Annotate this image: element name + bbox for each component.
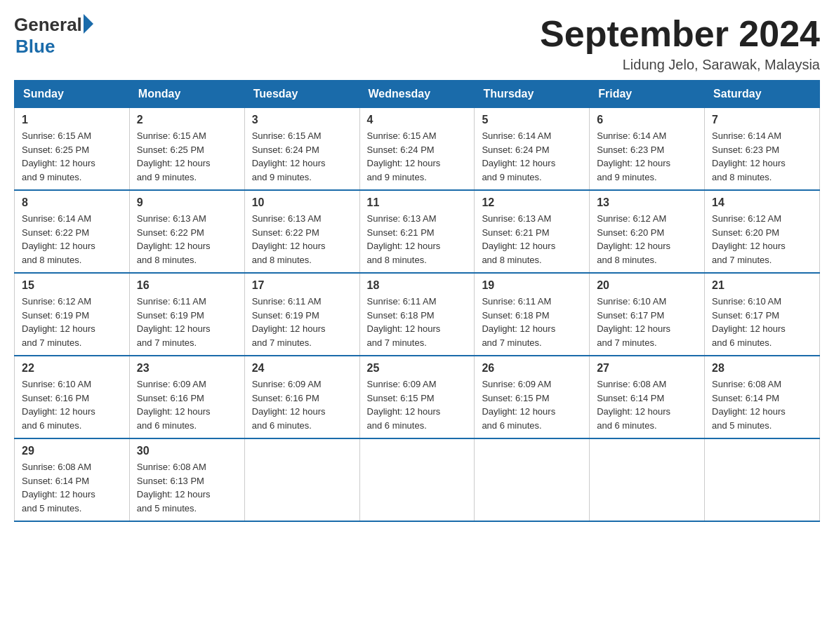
day-info: Sunrise: 6:13 AMSunset: 6:21 PMDaylight:…	[482, 212, 582, 267]
calendar-day-cell: 18Sunrise: 6:11 AMSunset: 6:18 PMDayligh…	[359, 273, 475, 356]
day-number: 14	[712, 196, 812, 209]
day-number: 6	[597, 114, 697, 126]
day-number: 28	[712, 362, 812, 375]
calendar-day-cell: 6Sunrise: 6:14 AMSunset: 6:23 PMDaylight…	[590, 108, 705, 191]
calendar-day-cell: 23Sunrise: 6:09 AMSunset: 6:16 PMDayligh…	[129, 356, 244, 438]
day-info: Sunrise: 6:14 AMSunset: 6:23 PMDaylight:…	[712, 129, 812, 184]
day-info: Sunrise: 6:08 AMSunset: 6:14 PMDaylight:…	[597, 377, 697, 432]
day-number: 19	[482, 279, 582, 292]
day-number: 27	[597, 362, 697, 375]
calendar-day-cell: 3Sunrise: 6:15 AMSunset: 6:24 PMDaylight…	[244, 108, 359, 191]
day-info: Sunrise: 6:14 AMSunset: 6:22 PMDaylight:…	[22, 212, 122, 267]
calendar-day-cell: 9Sunrise: 6:13 AMSunset: 6:22 PMDaylight…	[129, 190, 244, 273]
day-info: Sunrise: 6:15 AMSunset: 6:24 PMDaylight:…	[367, 129, 468, 184]
day-number: 9	[137, 196, 237, 209]
day-info: Sunrise: 6:13 AMSunset: 6:22 PMDaylight:…	[252, 212, 352, 267]
subtitle: Lidung Jelo, Sarawak, Malaysia	[540, 57, 820, 73]
calendar-day-cell: 4Sunrise: 6:15 AMSunset: 6:24 PMDaylight…	[359, 108, 475, 191]
day-number: 7	[712, 114, 812, 126]
calendar-day-cell: 15Sunrise: 6:12 AMSunset: 6:19 PMDayligh…	[15, 273, 130, 356]
weekday-header-tuesday: Tuesday	[244, 81, 359, 108]
calendar-day-cell: 12Sunrise: 6:13 AMSunset: 6:21 PMDayligh…	[475, 190, 590, 273]
day-info: Sunrise: 6:11 AMSunset: 6:18 PMDaylight:…	[482, 295, 582, 349]
calendar-day-cell	[244, 438, 359, 521]
day-info: Sunrise: 6:09 AMSunset: 6:15 PMDaylight:…	[482, 377, 582, 432]
day-number: 8	[22, 196, 122, 209]
calendar-week-row: 15Sunrise: 6:12 AMSunset: 6:19 PMDayligh…	[15, 273, 820, 356]
logo-triangle-icon	[84, 14, 93, 34]
calendar-day-cell: 28Sunrise: 6:08 AMSunset: 6:14 PMDayligh…	[705, 356, 820, 438]
day-info: Sunrise: 6:15 AMSunset: 6:25 PMDaylight:…	[22, 129, 122, 184]
calendar-header: SundayMondayTuesdayWednesdayThursdayFrid…	[15, 81, 820, 108]
calendar-day-cell: 11Sunrise: 6:13 AMSunset: 6:21 PMDayligh…	[359, 190, 475, 273]
logo-blue-text: Blue	[15, 36, 93, 58]
main-title: September 2024	[540, 14, 820, 54]
weekday-header-saturday: Saturday	[705, 81, 820, 108]
day-number: 25	[367, 362, 468, 375]
calendar-week-row: 22Sunrise: 6:10 AMSunset: 6:16 PMDayligh…	[15, 356, 820, 438]
calendar-day-cell: 19Sunrise: 6:11 AMSunset: 6:18 PMDayligh…	[475, 273, 590, 356]
calendar-day-cell: 17Sunrise: 6:11 AMSunset: 6:19 PMDayligh…	[244, 273, 359, 356]
calendar-day-cell: 26Sunrise: 6:09 AMSunset: 6:15 PMDayligh…	[475, 356, 590, 438]
day-number: 10	[252, 196, 352, 209]
calendar-day-cell: 30Sunrise: 6:08 AMSunset: 6:13 PMDayligh…	[129, 438, 244, 521]
weekday-header-sunday: Sunday	[15, 81, 130, 108]
day-number: 26	[482, 362, 582, 375]
calendar-day-cell: 22Sunrise: 6:10 AMSunset: 6:16 PMDayligh…	[15, 356, 130, 438]
weekday-header-friday: Friday	[590, 81, 705, 108]
day-number: 12	[482, 196, 582, 209]
day-info: Sunrise: 6:13 AMSunset: 6:22 PMDaylight:…	[137, 212, 237, 267]
day-info: Sunrise: 6:11 AMSunset: 6:18 PMDaylight:…	[367, 295, 468, 349]
calendar-day-cell: 21Sunrise: 6:10 AMSunset: 6:17 PMDayligh…	[705, 273, 820, 356]
calendar-day-cell: 16Sunrise: 6:11 AMSunset: 6:19 PMDayligh…	[129, 273, 244, 356]
weekday-header-thursday: Thursday	[475, 81, 590, 108]
calendar-day-cell: 20Sunrise: 6:10 AMSunset: 6:17 PMDayligh…	[590, 273, 705, 356]
weekday-header-row: SundayMondayTuesdayWednesdayThursdayFrid…	[15, 81, 820, 108]
calendar-table: SundayMondayTuesdayWednesdayThursdayFrid…	[14, 80, 820, 522]
day-info: Sunrise: 6:15 AMSunset: 6:24 PMDaylight:…	[252, 129, 352, 184]
calendar-day-cell	[359, 438, 475, 521]
day-info: Sunrise: 6:12 AMSunset: 6:20 PMDaylight:…	[712, 212, 812, 267]
day-number: 5	[482, 114, 582, 126]
day-info: Sunrise: 6:12 AMSunset: 6:19 PMDaylight:…	[22, 295, 122, 349]
day-number: 4	[367, 114, 468, 126]
calendar-body: 1Sunrise: 6:15 AMSunset: 6:25 PMDaylight…	[15, 108, 820, 522]
day-info: Sunrise: 6:10 AMSunset: 6:17 PMDaylight:…	[712, 295, 812, 349]
day-number: 24	[252, 362, 352, 375]
calendar-day-cell: 2Sunrise: 6:15 AMSunset: 6:25 PMDaylight…	[129, 108, 244, 191]
day-number: 13	[597, 196, 697, 209]
day-info: Sunrise: 6:11 AMSunset: 6:19 PMDaylight:…	[137, 295, 237, 349]
day-info: Sunrise: 6:09 AMSunset: 6:16 PMDaylight:…	[252, 377, 352, 432]
day-info: Sunrise: 6:09 AMSunset: 6:16 PMDaylight:…	[137, 377, 237, 432]
calendar-week-row: 1Sunrise: 6:15 AMSunset: 6:25 PMDaylight…	[15, 108, 820, 191]
calendar-day-cell	[590, 438, 705, 521]
logo-general-text: General	[14, 14, 82, 36]
day-info: Sunrise: 6:08 AMSunset: 6:14 PMDaylight:…	[712, 377, 812, 432]
day-info: Sunrise: 6:10 AMSunset: 6:17 PMDaylight:…	[597, 295, 697, 349]
page-header: General Blue September 2024 Lidung Jelo,…	[14, 14, 820, 73]
day-number: 1	[22, 114, 122, 126]
calendar-day-cell: 13Sunrise: 6:12 AMSunset: 6:20 PMDayligh…	[590, 190, 705, 273]
day-number: 18	[367, 279, 468, 292]
day-number: 11	[367, 196, 468, 209]
day-info: Sunrise: 6:15 AMSunset: 6:25 PMDaylight:…	[137, 129, 237, 184]
calendar-day-cell	[705, 438, 820, 521]
calendar-day-cell: 25Sunrise: 6:09 AMSunset: 6:15 PMDayligh…	[359, 356, 475, 438]
logo: General Blue	[14, 14, 93, 58]
weekday-header-monday: Monday	[129, 81, 244, 108]
day-number: 23	[137, 362, 237, 375]
calendar-day-cell: 10Sunrise: 6:13 AMSunset: 6:22 PMDayligh…	[244, 190, 359, 273]
day-info: Sunrise: 6:10 AMSunset: 6:16 PMDaylight:…	[22, 377, 122, 432]
day-number: 29	[22, 445, 122, 457]
day-info: Sunrise: 6:14 AMSunset: 6:24 PMDaylight:…	[482, 129, 582, 184]
day-number: 16	[137, 279, 237, 292]
calendar-day-cell: 14Sunrise: 6:12 AMSunset: 6:20 PMDayligh…	[705, 190, 820, 273]
weekday-header-wednesday: Wednesday	[359, 81, 475, 108]
day-number: 30	[137, 445, 237, 457]
calendar-day-cell: 1Sunrise: 6:15 AMSunset: 6:25 PMDaylight…	[15, 108, 130, 191]
day-info: Sunrise: 6:14 AMSunset: 6:23 PMDaylight:…	[597, 129, 697, 184]
calendar-day-cell	[475, 438, 590, 521]
day-number: 2	[137, 114, 237, 126]
day-info: Sunrise: 6:13 AMSunset: 6:21 PMDaylight:…	[367, 212, 468, 267]
day-number: 21	[712, 279, 812, 292]
